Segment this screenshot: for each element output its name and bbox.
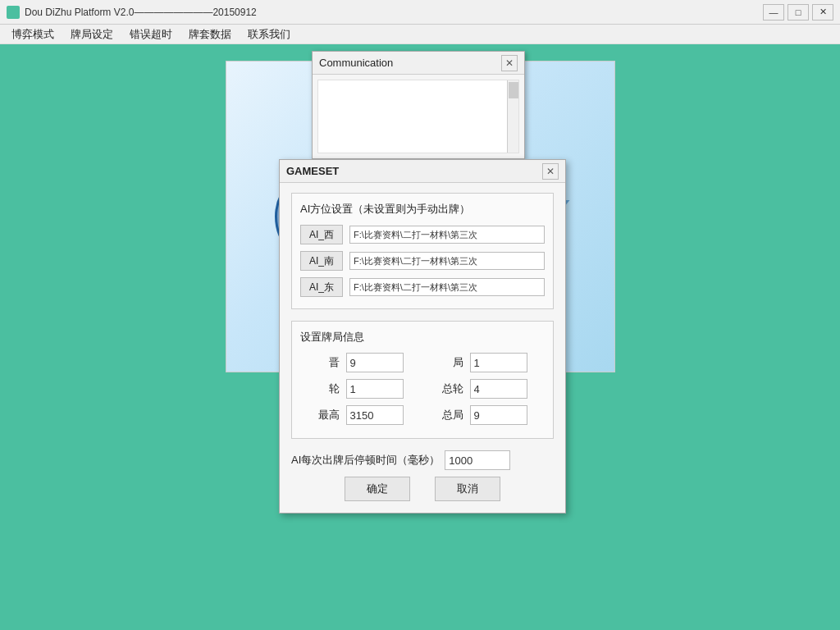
total-lun-label: 总轮 bbox=[424, 381, 467, 396]
gameset-titlebar: GAMESET ✕ bbox=[280, 160, 565, 183]
gameset-dialog: GAMESET ✕ AI方位设置（未设置则为手动出牌） AI_西 AI_南 AI… bbox=[279, 159, 566, 514]
comm-scrollbar[interactable] bbox=[507, 80, 518, 153]
close-button[interactable]: ✕ bbox=[812, 4, 833, 21]
game-info-grid: 晋 局 轮 总轮 最高 总局 bbox=[300, 353, 545, 425]
ai-east-row: AI_东 bbox=[300, 277, 545, 297]
lun-label: 轮 bbox=[300, 381, 343, 396]
gameset-title-text: GAMESET bbox=[286, 165, 542, 177]
comm-titlebar: Communication ✕ bbox=[313, 52, 524, 75]
menu-item-error-timeout[interactable]: 错误超时 bbox=[121, 25, 180, 43]
lun-input[interactable] bbox=[346, 379, 404, 399]
comm-title-text: Communication bbox=[319, 57, 501, 69]
menu-item-card-data[interactable]: 牌套数据 bbox=[180, 25, 240, 43]
window-controls: — □ ✕ bbox=[763, 4, 833, 21]
gameset-body: AI方位设置（未设置则为手动出牌） AI_西 AI_南 AI_东 设置牌局信息 bbox=[280, 183, 565, 513]
comm-body bbox=[317, 80, 519, 153]
communication-window: Communication ✕ bbox=[312, 51, 525, 159]
ai-delay-label: AI每次出牌后停顿时间（毫秒） bbox=[291, 453, 440, 468]
ai-east-button[interactable]: AI_东 bbox=[300, 277, 343, 297]
menu-item-contact[interactable]: 联系我们 bbox=[240, 25, 299, 43]
app-icon bbox=[7, 6, 20, 19]
menu-bar: 博弈模式 牌局设定 错误超时 牌套数据 联系我们 bbox=[0, 25, 840, 44]
ju-input[interactable] bbox=[470, 353, 527, 372]
ai-west-row: AI_西 bbox=[300, 225, 545, 244]
total-ju-label: 总局 bbox=[424, 408, 467, 422]
ai-east-path[interactable] bbox=[349, 278, 545, 296]
minimize-button[interactable]: — bbox=[763, 4, 784, 21]
cancel-button[interactable]: 取消 bbox=[435, 477, 500, 501]
app-title: Dou DiZhu Platform V2.0————————20150912 bbox=[25, 7, 763, 18]
ju-label: 局 bbox=[424, 355, 467, 370]
total-ju-input[interactable] bbox=[470, 405, 527, 425]
title-bar: Dou DiZhu Platform V2.0————————20150912 … bbox=[0, 0, 840, 25]
ai-delay-input[interactable] bbox=[445, 450, 510, 470]
max-input[interactable] bbox=[346, 405, 404, 425]
background-area: 全国计算机... caaIY Communication ✕ GAMESET ✕… bbox=[0, 44, 840, 630]
total-lun-input[interactable] bbox=[470, 379, 527, 399]
ai-south-button[interactable]: AI_南 bbox=[300, 251, 343, 271]
game-info-group: 设置牌局信息 晋 局 轮 总轮 最高 总局 bbox=[291, 321, 554, 439]
menu-item-game-mode[interactable]: 博弈模式 bbox=[3, 25, 62, 43]
comm-close-button[interactable]: ✕ bbox=[501, 55, 518, 71]
max-label: 最高 bbox=[300, 408, 343, 422]
dialog-buttons: 确定 取消 bbox=[291, 477, 554, 501]
ai-south-path[interactable] bbox=[349, 252, 545, 270]
confirm-button[interactable]: 确定 bbox=[345, 477, 410, 501]
ai-settings-group: AI方位设置（未设置则为手动出牌） AI_西 AI_南 AI_东 bbox=[291, 193, 554, 309]
jin-label: 晋 bbox=[300, 355, 343, 370]
scrollbar-thumb bbox=[509, 82, 518, 98]
ai-delay-row: AI每次出牌后停顿时间（毫秒） bbox=[291, 450, 554, 470]
ai-south-row: AI_南 bbox=[300, 251, 545, 271]
game-info-title: 设置牌局信息 bbox=[300, 330, 545, 345]
menu-item-game-set[interactable]: 牌局设定 bbox=[62, 25, 121, 43]
jin-input[interactable] bbox=[346, 353, 404, 372]
ai-west-button[interactable]: AI_西 bbox=[300, 225, 343, 244]
ai-settings-title: AI方位设置（未设置则为手动出牌） bbox=[300, 202, 545, 217]
maximize-button[interactable]: □ bbox=[788, 4, 809, 21]
ai-west-path[interactable] bbox=[349, 226, 545, 244]
gameset-close-button[interactable]: ✕ bbox=[542, 163, 559, 180]
